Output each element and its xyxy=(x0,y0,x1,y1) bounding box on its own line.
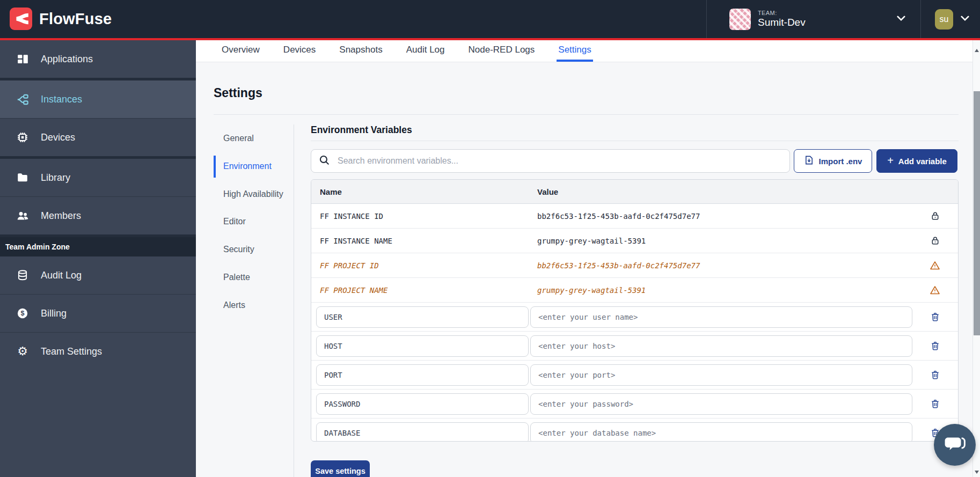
sidebar-group: LibraryMembers xyxy=(0,159,196,237)
settings-nav-editor[interactable]: Editor xyxy=(214,211,283,233)
topbar-right: TEAM: Sumit-Dev su xyxy=(706,0,980,38)
team-label: TEAM: xyxy=(758,10,806,17)
settings-nav-environment[interactable]: Environment xyxy=(214,156,283,178)
env-row-host xyxy=(311,332,958,361)
sidebar-item-audit-log[interactable]: Audit Log xyxy=(0,256,196,295)
section-heading: Environment Variables xyxy=(311,124,412,136)
search-box xyxy=(311,149,790,173)
trash-icon[interactable] xyxy=(930,341,940,351)
env-row-ff-project-id: FF_PROJECT_IDbb2f6c53-1f25-453b-aafd-0c2… xyxy=(311,253,958,278)
env-value-input[interactable] xyxy=(530,306,912,328)
user-menu[interactable]: su xyxy=(921,0,980,38)
scroll-down-arrow-icon[interactable] xyxy=(975,471,979,474)
database-icon xyxy=(16,269,29,281)
settings-nav-palette[interactable]: Palette xyxy=(214,267,283,289)
sidebar-item-label: Billing xyxy=(41,308,67,319)
env-value-input[interactable] xyxy=(530,364,912,386)
env-name-input[interactable] xyxy=(316,422,529,442)
flowfuse-logo-icon xyxy=(10,8,32,30)
env-row-user xyxy=(311,303,958,332)
divider xyxy=(311,141,959,141)
table-header: Name Value xyxy=(311,180,958,204)
env-var-value: bb2f6c53-1f25-453b-aafd-0c2f475d7e77 xyxy=(532,212,912,221)
env-var-name: FF_INSTANCE_ID xyxy=(311,212,532,221)
env-row-password xyxy=(311,390,958,419)
topbar: FlowFuse TEAM: Sumit-Dev su xyxy=(0,0,980,38)
search-input[interactable] xyxy=(337,156,782,166)
env-name-input[interactable] xyxy=(316,335,529,357)
settings-nav-security[interactable]: Security xyxy=(214,239,283,261)
accent-divider xyxy=(0,38,980,40)
team-texts: TEAM: Sumit-Dev xyxy=(758,10,806,28)
env-row-ff-project-name: FF_PROJECT_NAMEgrumpy-grey-wagtail-5391 xyxy=(311,278,958,303)
tab-snapshots[interactable]: Snapshots xyxy=(338,40,384,62)
import-env-label: Import .env xyxy=(819,157,862,166)
plus-icon: + xyxy=(887,155,894,166)
scrollbar[interactable] xyxy=(972,40,980,477)
divider xyxy=(294,124,294,477)
env-value-input[interactable] xyxy=(530,422,912,442)
chat-bubble-icon xyxy=(942,431,967,458)
billing-icon: $ xyxy=(16,307,29,319)
save-settings-button[interactable]: Save settings xyxy=(311,460,370,477)
settings-subnav: GeneralEnvironmentHigh AvailabilityEdito… xyxy=(214,128,283,322)
settings-nav-general[interactable]: General xyxy=(214,128,283,150)
brand-name: FlowFuse xyxy=(39,10,112,28)
sidebar-item-billing[interactable]: $Billing xyxy=(0,295,196,333)
sidebar-item-label: Members xyxy=(41,210,81,222)
brand[interactable]: FlowFuse xyxy=(10,8,112,30)
sidebar-item-library[interactable]: Library xyxy=(0,159,196,197)
instance-tabbar: OverviewDevicesSnapshotsAudit LogNode-RE… xyxy=(196,40,972,62)
trash-icon[interactable] xyxy=(930,370,940,380)
env-row-port xyxy=(311,361,958,390)
tab-node-red-logs[interactable]: Node-RED Logs xyxy=(467,40,537,62)
sidebar-item-team-settings[interactable]: ⚙Team Settings xyxy=(0,333,196,370)
app-window: FlowFuse TEAM: Sumit-Dev su xyxy=(0,0,980,477)
env-row-database xyxy=(311,419,958,442)
tab-devices[interactable]: Devices xyxy=(282,40,317,62)
env-name-input[interactable] xyxy=(316,393,529,415)
column-header-name: Name xyxy=(311,187,532,196)
env-name-input[interactable] xyxy=(316,306,529,328)
chat-widget-button[interactable] xyxy=(934,424,976,466)
env-value-input[interactable] xyxy=(530,335,912,357)
scroll-up-arrow-icon[interactable] xyxy=(975,49,979,52)
trash-icon[interactable] xyxy=(930,312,940,322)
members-icon xyxy=(16,210,29,222)
import-env-button[interactable]: Import .env xyxy=(794,149,872,173)
env-name-input[interactable] xyxy=(316,364,529,386)
tab-audit-log[interactable]: Audit Log xyxy=(405,40,447,62)
sidebar-item-label: Devices xyxy=(41,132,75,143)
main-content: Settings GeneralEnvironmentHigh Availabi… xyxy=(196,62,972,477)
chevron-down-icon xyxy=(960,13,970,26)
env-var-value: grumpy-grey-wagtail-5391 xyxy=(532,286,912,295)
settings-nav-high-availability[interactable]: High Availability xyxy=(214,184,283,206)
settings-nav-alerts[interactable]: Alerts xyxy=(214,295,283,317)
env-row-ff-instance-name: FF_INSTANCE_NAMEgrumpy-grey-wagtail-5391 xyxy=(311,229,958,253)
add-variable-label: Add variable xyxy=(898,157,947,166)
applications-icon xyxy=(16,54,29,65)
add-variable-button[interactable]: + Add variable xyxy=(876,149,957,173)
team-admin-zone-header: Team Admin Zone xyxy=(0,237,196,256)
tab-overview[interactable]: Overview xyxy=(220,40,261,62)
team-selector[interactable]: TEAM: Sumit-Dev xyxy=(707,0,920,38)
trash-icon[interactable] xyxy=(930,399,940,409)
env-var-value: grumpy-grey-wagtail-5391 xyxy=(532,237,912,245)
sidebar: ApplicationsInstancesDevicesLibraryMembe… xyxy=(0,40,196,477)
warning-icon xyxy=(930,285,940,296)
divider xyxy=(214,114,959,115)
warning-icon xyxy=(930,260,940,271)
scrollbar-thumb[interactable] xyxy=(974,91,980,335)
env-variables-table: Name Value FF_INSTANCE_IDbb2f6c53-1f25-4… xyxy=(311,179,959,442)
sidebar-item-members[interactable]: Members xyxy=(0,197,196,234)
sidebar-item-instances[interactable]: Instances xyxy=(0,80,196,119)
sidebar-item-label: Instances xyxy=(41,94,82,105)
svg-text:$: $ xyxy=(20,310,24,317)
column-header-value: Value xyxy=(532,187,912,196)
sidebar-item-applications[interactable]: Applications xyxy=(0,40,196,78)
user-avatar: su xyxy=(935,9,953,30)
chevron-down-icon xyxy=(896,13,906,26)
sidebar-item-devices[interactable]: Devices xyxy=(0,119,196,156)
env-value-input[interactable] xyxy=(530,393,912,415)
tab-settings[interactable]: Settings xyxy=(557,40,593,62)
